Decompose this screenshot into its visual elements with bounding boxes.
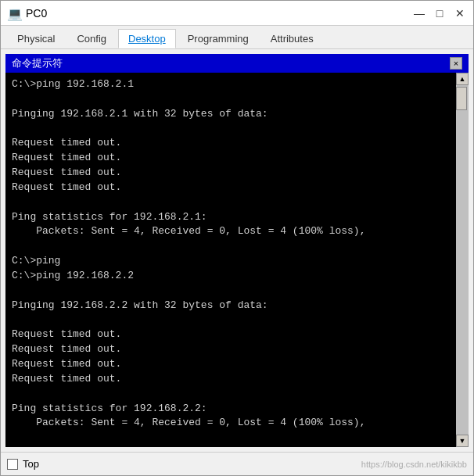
window-icon: 💻 xyxy=(7,6,21,20)
close-button[interactable]: ✕ xyxy=(453,6,467,20)
title-controls: — □ ✕ xyxy=(412,6,467,20)
title-bar: 💻 PC0 — □ ✕ xyxy=(1,1,473,26)
content-area: 命令提示符 × C:\>ping 192.168.2.1 Pinging 192… xyxy=(1,49,473,452)
tab-attributes[interactable]: Attributes xyxy=(260,29,324,48)
tab-bar: Physical Config Desktop Programming Attr… xyxy=(1,26,473,49)
maximize-button[interactable]: □ xyxy=(433,6,447,20)
title-left: 💻 PC0 xyxy=(7,6,47,20)
top-label: Top xyxy=(23,458,39,470)
minimize-button[interactable]: — xyxy=(412,6,426,20)
terminal[interactable]: C:\>ping 192.168.2.1 Pinging 192.168.2.1… xyxy=(5,73,456,447)
cmd-close-button[interactable]: × xyxy=(450,57,462,70)
scroll-track[interactable] xyxy=(456,85,469,435)
tab-desktop[interactable]: Desktop xyxy=(118,29,176,48)
window-title: PC0 xyxy=(26,7,47,20)
tab-config[interactable]: Config xyxy=(66,29,117,48)
tab-programming[interactable]: Programming xyxy=(178,29,259,48)
cmd-title-text: 命令提示符 xyxy=(12,56,63,70)
scrollbar[interactable]: ▲ ▼ xyxy=(456,73,469,447)
tab-physical[interactable]: Physical xyxy=(7,29,65,48)
bottom-bar: Top https://blog.csdn.net/kikikbb xyxy=(1,452,473,475)
terminal-wrapper: C:\>ping 192.168.2.1 Pinging 192.168.2.1… xyxy=(5,73,469,447)
scroll-up-button[interactable]: ▲ xyxy=(456,73,469,85)
watermark: https://blog.csdn.net/kikikbb xyxy=(361,460,467,469)
scroll-down-button[interactable]: ▼ xyxy=(456,435,469,447)
main-window: 💻 PC0 — □ ✕ Physical Config Desktop Prog… xyxy=(0,0,474,476)
scroll-thumb[interactable] xyxy=(456,87,467,110)
top-checkbox[interactable] xyxy=(7,459,18,470)
cmd-title-bar: 命令提示符 × xyxy=(5,54,469,73)
